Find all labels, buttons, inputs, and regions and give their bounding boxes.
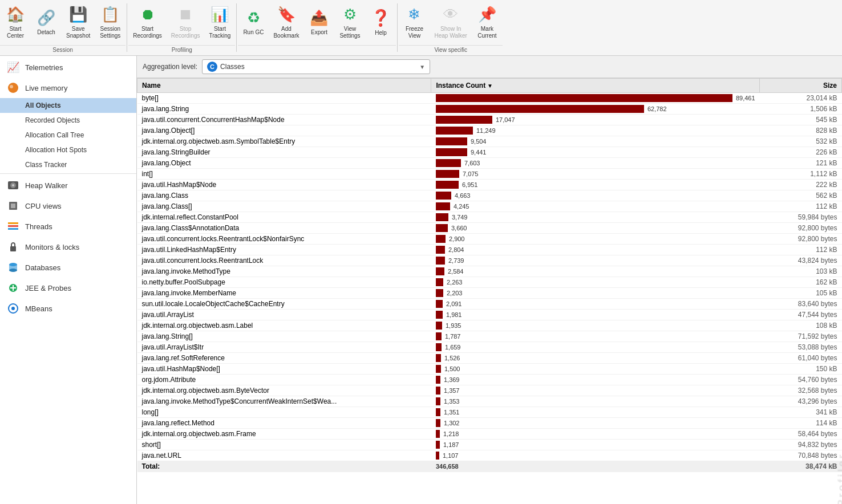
- table-row[interactable]: java.lang.Class[] 4,245 112 kB: [137, 201, 842, 212]
- table-row[interactable]: java.lang.Object 7,603 121 kB: [137, 158, 842, 169]
- start-center-button[interactable]: 🏠 Start Center: [0, 2, 31, 43]
- cell-count: 1,935: [431, 320, 760, 331]
- table-row[interactable]: java.lang.StringBuilder 9,441 226 kB: [137, 147, 842, 158]
- table-row[interactable]: jdk.internal.org.objectweb.asm.Label 1,9…: [137, 320, 842, 331]
- cell-size: 61,040 bytes: [760, 353, 842, 364]
- stop-recordings-button[interactable]: ⏹ Stop Recordings: [167, 2, 205, 43]
- table-row[interactable]: java.util.ArrayList$Itr 1,659 53,088 byt…: [137, 342, 842, 353]
- threads-icon: [7, 220, 19, 233]
- cell-name: java.util.concurrent.locks.ReentrantLock: [137, 255, 431, 266]
- table-row[interactable]: jdk.internal.org.objectweb.asm.ByteVecto…: [137, 385, 842, 396]
- table-row[interactable]: java.util.concurrent.locks.ReentrantLock…: [137, 234, 842, 245]
- sidebar-item-telemetries[interactable]: 📈 Telemetries: [0, 57, 136, 78]
- show-in-heap-walker-button[interactable]: 👁 Show In Heap Walker: [430, 2, 471, 43]
- table-row[interactable]: java.lang.Class$AnnotationData 3,660 92,…: [137, 223, 842, 234]
- cell-size: 53,088 bytes: [760, 342, 842, 353]
- data-table[interactable]: Name Instance Count Size byte[] 89,461 2…: [137, 78, 842, 504]
- view-settings-button[interactable]: ⚙ View Settings: [334, 2, 365, 43]
- run-gc-button[interactable]: ♻ Run GC: [238, 2, 269, 43]
- help-button[interactable]: ❓ Help: [365, 2, 396, 43]
- detach-label: Detach: [37, 29, 55, 36]
- sidebar-item-cpu-views[interactable]: CPU views: [0, 196, 136, 216]
- session-group-label: Session: [0, 45, 126, 55]
- table-row[interactable]: java.lang.reflect.Method 1,302 114 kB: [137, 418, 842, 429]
- sidebar-item-jee-probes[interactable]: JEE & Probes: [0, 278, 136, 298]
- table-row[interactable]: jdk.internal.reflect.ConstantPool 3,749 …: [137, 212, 842, 223]
- mark-current-button[interactable]: 📌 Mark Current: [472, 2, 503, 43]
- sidebar-item-jee-probes-label: JEE & Probes: [25, 284, 71, 292]
- sidebar-section-main: 📈 Telemetries Live memory All Objects Re…: [0, 56, 136, 320]
- table-row[interactable]: java.lang.String[] 1,787 71,592 bytes: [137, 331, 842, 342]
- sidebar-item-monitors-locks[interactable]: Monitors & locks: [0, 237, 136, 257]
- table-row[interactable]: jdk.internal.org.objectweb.asm.SymbolTab…: [137, 136, 842, 147]
- table-row[interactable]: java.lang.invoke.MemberName 2,203 105 kB: [137, 288, 842, 299]
- aggregation-select[interactable]: C Classes ▼: [202, 59, 430, 74]
- table-row[interactable]: java.lang.ref.SoftReference 1,526 61,040…: [137, 353, 842, 364]
- help-label: Help: [375, 30, 387, 36]
- table-row[interactable]: java.net.URL 1,107 70,848 bytes: [137, 450, 842, 461]
- sidebar-item-databases[interactable]: Databases: [0, 257, 136, 278]
- start-tracking-button[interactable]: 📊 Start Tracking: [204, 2, 235, 43]
- sidebar-item-class-tracker[interactable]: Class Tracker: [0, 157, 136, 172]
- table-row[interactable]: java.lang.invoke.MethodType$ConcurrentWe…: [137, 396, 842, 407]
- cell-size: 23,014 kB: [760, 93, 842, 104]
- sidebar-item-threads[interactable]: Threads: [0, 216, 136, 237]
- table-row[interactable]: java.util.concurrent.ConcurrentHashMap$N…: [137, 115, 842, 125]
- cell-name: java.util.ArrayList$Itr: [137, 342, 431, 353]
- total-label: Total:: [137, 461, 431, 472]
- sidebar-item-mbeans[interactable]: MBeans: [0, 298, 136, 319]
- sep-3: [397, 3, 398, 52]
- cell-name: java.lang.Object: [137, 158, 431, 169]
- svg-rect-7: [8, 222, 18, 224]
- table-row[interactable]: java.lang.Class 4,663 562 kB: [137, 190, 842, 201]
- sidebar-item-recorded-objects[interactable]: Recorded Objects: [0, 113, 136, 128]
- table-row[interactable]: java.lang.Object[] 11,249 828 kB: [137, 125, 842, 136]
- freeze-view-button[interactable]: ❄ Freeze View: [399, 2, 430, 43]
- cell-name: java.lang.Class: [137, 190, 431, 201]
- table-row[interactable]: long[] 1,351 341 kB: [137, 407, 842, 418]
- table-row[interactable]: java.util.LinkedHashMap$Entry 2,804 112 …: [137, 245, 842, 255]
- col-instance-count[interactable]: Instance Count: [431, 79, 760, 93]
- sidebar-item-live-memory[interactable]: Live memory: [0, 78, 136, 98]
- table-row[interactable]: byte[] 89,461 23,014 kB: [137, 93, 842, 104]
- col-size[interactable]: Size: [760, 79, 842, 93]
- cell-size: 562 kB: [760, 190, 842, 201]
- sidebar-item-allocation-hot-spots[interactable]: Allocation Hot Spots: [0, 143, 136, 157]
- toolbar-group-profiling-buttons: ⏺ Start Recordings ⏹ Stop Recordings 📊 S…: [128, 0, 235, 45]
- cell-size: 105 kB: [760, 288, 842, 299]
- sidebar-item-all-objects[interactable]: All Objects: [0, 98, 136, 113]
- svg-point-0: [8, 83, 18, 93]
- session-settings-button[interactable]: 📋 Session Settings: [95, 2, 126, 43]
- table-row[interactable]: java.util.concurrent.locks.ReentrantLock…: [137, 255, 842, 266]
- aggregation-value: Classes: [220, 63, 416, 71]
- export-button[interactable]: 📤 Export: [303, 2, 334, 43]
- sidebar-item-allocation-call-tree[interactable]: Allocation Call Tree: [0, 128, 136, 143]
- cell-size: 43,296 bytes: [760, 396, 842, 407]
- sidebar-item-cpu-views-label: CPU views: [25, 202, 62, 210]
- cell-size: 121 kB: [760, 158, 842, 169]
- table-row[interactable]: java.lang.String 62,782 1,506 kB: [137, 104, 842, 115]
- add-bookmark-label: Add Bookmark: [273, 26, 299, 39]
- table-row[interactable]: java.util.HashMap$Node[] 1,500 150 kB: [137, 364, 842, 375]
- table-row[interactable]: jdk.internal.org.objectweb.asm.Frame 1,2…: [137, 429, 842, 440]
- table-row[interactable]: java.lang.invoke.MethodType 2,584 103 kB: [137, 266, 842, 277]
- profiling-group-label: Profiling: [128, 45, 235, 55]
- start-recordings-button[interactable]: ⏺ Start Recordings: [128, 2, 167, 43]
- table-row[interactable]: io.netty.buffer.PoolSubpage 2,263 162 kB: [137, 277, 842, 288]
- table-row[interactable]: java.util.HashMap$Node 6,951 222 kB: [137, 180, 842, 190]
- table-row[interactable]: java.util.ArrayList 1,981 47,544 bytes: [137, 310, 842, 320]
- cell-size: 103 kB: [760, 266, 842, 277]
- sidebar-item-heap-walker[interactable]: Heap Walker: [0, 175, 136, 196]
- cell-count: 1,187: [431, 440, 760, 450]
- col-name[interactable]: Name: [137, 79, 431, 93]
- table-row[interactable]: int[] 7,075 1,112 kB: [137, 169, 842, 180]
- save-snapshot-button[interactable]: 💾 Save Snapshot: [62, 2, 95, 43]
- table-row[interactable]: short[] 1,187 94,832 bytes: [137, 440, 842, 450]
- add-bookmark-button[interactable]: 🔖 Add Bookmark: [269, 2, 303, 43]
- table-row[interactable]: sun.util.locale.LocaleObjectCache$CacheE…: [137, 299, 842, 310]
- table-row[interactable]: org.jdom.Attribute 1,369 54,760 bytes: [137, 375, 842, 385]
- sidebar-divider-1: [0, 173, 136, 174]
- cell-count: 1,357: [431, 385, 760, 396]
- sidebar-item-threads-label: Threads: [25, 222, 52, 231]
- detach-button[interactable]: 🔗 Detach: [31, 2, 62, 43]
